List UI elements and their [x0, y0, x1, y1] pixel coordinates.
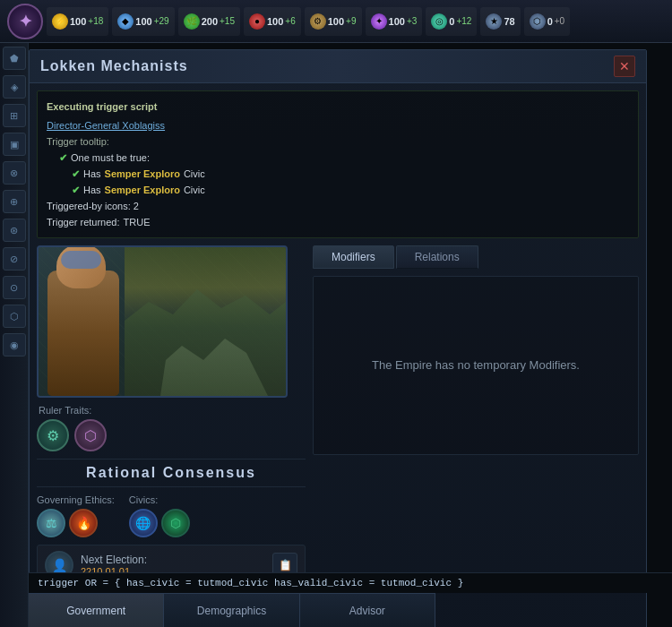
empire-logo[interactable]: ✦: [7, 4, 43, 39]
character-visor: [61, 251, 101, 269]
energy-income: +18: [88, 16, 103, 26]
director-link[interactable]: Director-General Xoblagiss: [47, 117, 165, 133]
sidebar-btn-5[interactable]: ⊗: [3, 161, 26, 185]
resource-minerals[interactable]: ◆ 100 +29: [112, 7, 174, 36]
resource-alloys[interactable]: ⚙ 100 +9: [305, 7, 362, 36]
character-head: [56, 245, 106, 288]
sidebar-btn-9[interactable]: ⊙: [3, 276, 26, 299]
energy-icon: ⚡: [52, 13, 68, 30]
ethics-icons: ⚖ 🔥: [37, 509, 115, 537]
right-panel: Modifiers Relations The Empire has no te…: [306, 245, 639, 627]
bottom-tab-bar: Government Demographics Advisor: [29, 593, 435, 627]
bottom-tab-advisor[interactable]: Advisor: [300, 594, 435, 627]
triggered-by-label: Triggered-by icons: 2: [47, 198, 139, 214]
sidebar-btn-11[interactable]: ◉: [3, 333, 26, 356]
civic-highlight-2: Semper Exploro: [105, 182, 180, 198]
bottom-tab-demographics[interactable]: Demographics: [164, 594, 299, 627]
resource-energy[interactable]: ⚡ 100 +18: [47, 7, 108, 36]
cmd-text: trigger OR = { has_civic = tutmod_civic …: [38, 578, 463, 588]
special2-value: 0: [547, 16, 553, 27]
minerals-icon: ◆: [117, 13, 134, 30]
left-panel: Ruler Traits: ⚙ ⬡ Rational Consensus Gov…: [37, 245, 306, 627]
tab-modifiers[interactable]: Modifiers: [313, 245, 394, 269]
resource-special1[interactable]: ★ 78: [480, 7, 520, 36]
influence-value: 0: [449, 16, 454, 27]
empire-dialog: Lokken Mechanists ✕ Executing trigger sc…: [29, 49, 647, 627]
top-resource-bar: ✦ ⚡ 100 +18 ◆ 100 +29 🌿 200 +15 ● 100 +6…: [0, 0, 672, 43]
sidebar-btn-2[interactable]: ◈: [3, 75, 26, 99]
civic-highlight-1: Semper Exploro: [105, 166, 180, 182]
bottom-tab-government[interactable]: Government: [29, 594, 164, 627]
ethics-icon-fire[interactable]: 🔥: [69, 509, 98, 537]
ruler-traits-label: Ruler Traits:: [37, 405, 306, 416]
modifier-tab-row: Modifiers Relations: [313, 245, 639, 269]
modifiers-content: The Empire has no temporary Modifiers.: [313, 276, 639, 455]
condition2-prefix: Has: [83, 182, 101, 198]
condition1-suffix: Civic: [184, 166, 205, 182]
alloys-value: 100: [328, 16, 344, 27]
check-mark-2: ✔: [72, 166, 80, 182]
dialog-title: Lokken Mechanists: [40, 58, 188, 74]
unity-income: +3: [407, 16, 417, 26]
resource-food[interactable]: 🌿 200 +15: [178, 7, 240, 36]
debug-panel: Executing trigger script Director-Genera…: [37, 90, 639, 238]
check-mark-1: ✔: [59, 150, 67, 166]
resource-consumer-goods[interactable]: ● 100 +6: [244, 7, 301, 36]
content-area: Ruler Traits: ⚙ ⬡ Rational Consensus Gov…: [37, 245, 639, 627]
condition1-prefix: Has: [83, 166, 101, 182]
sidebar-btn-8[interactable]: ⊘: [3, 247, 26, 271]
sidebar-btn-1[interactable]: ⬟: [3, 47, 26, 70]
civic-icon-globe[interactable]: 🌐: [129, 509, 158, 537]
civic-icon-hex[interactable]: ⬡: [161, 509, 190, 537]
influence-income: +12: [456, 16, 471, 26]
consumer-income: +6: [285, 16, 295, 26]
empire-name: Rational Consensus: [37, 459, 306, 487]
ethics-icon-balance[interactable]: ⚖: [37, 509, 65, 537]
left-sidebar: ⬟ ◈ ⊞ ▣ ⊗ ⊕ ⊛ ⊘ ⊙ ⬡ ◉: [0, 43, 29, 627]
resource-influence[interactable]: ◎ 0 +12: [426, 7, 477, 36]
sidebar-btn-6[interactable]: ⊕: [3, 190, 26, 213]
trigger-value: TRUE: [124, 214, 151, 230]
unity-value: 100: [389, 16, 405, 27]
alloys-icon: ⚙: [310, 13, 326, 30]
special1-value: 78: [504, 16, 514, 27]
minerals-income: +29: [154, 16, 169, 26]
sidebar-btn-4[interactable]: ▣: [3, 133, 26, 156]
character-body: [47, 271, 119, 396]
consumer-icon: ●: [249, 13, 265, 30]
ruler-trait-icons: ⚙ ⬡: [37, 419, 306, 451]
condition2-suffix: Civic: [184, 182, 205, 198]
food-icon: 🌿: [184, 13, 200, 30]
special2-icon: ⬡: [530, 13, 546, 30]
alloys-income: +9: [346, 16, 356, 26]
governing-section: Governing Ethics: ⚖ 🔥 Civics: 🌐 ⬡: [37, 494, 306, 537]
consumer-value: 100: [267, 16, 283, 27]
character-figure: [47, 253, 137, 396]
food-income: +15: [220, 16, 235, 26]
special1-icon: ★: [486, 13, 502, 30]
close-button[interactable]: ✕: [614, 56, 635, 77]
special2-income: +0: [555, 16, 564, 26]
one-must-label: One must be true:: [71, 150, 150, 166]
ethics-label: Governing Ethics:: [37, 494, 115, 505]
trigger-tooltip-label: Trigger tooltip:: [47, 133, 109, 150]
sidebar-btn-10[interactable]: ⬡: [3, 305, 26, 328]
civics-group: Civics: 🌐 ⬡: [129, 494, 190, 537]
check-mark-3: ✔: [72, 182, 80, 198]
tab-relations[interactable]: Relations: [396, 245, 478, 269]
food-value: 200: [202, 16, 218, 27]
influence-icon: ◎: [431, 13, 447, 30]
sidebar-btn-3[interactable]: ⊞: [3, 104, 26, 127]
resource-unity[interactable]: ✦ 100 +3: [366, 7, 423, 36]
executing-label: Executing trigger script: [47, 99, 157, 115]
no-modifiers-text: The Empire has no temporary Modifiers.: [372, 357, 580, 374]
energy-value: 100: [70, 16, 86, 27]
sidebar-btn-7[interactable]: ⊛: [3, 219, 26, 242]
minerals-value: 100: [135, 16, 151, 27]
resource-special2[interactable]: ⬡ 0 +0: [524, 7, 571, 36]
civics-icons: 🌐 ⬡: [129, 509, 190, 537]
trait-icon-2[interactable]: ⬡: [74, 419, 107, 451]
trait-icon-1[interactable]: ⚙: [37, 419, 69, 451]
election-label: Next Election:: [81, 554, 147, 566]
ethics-group: Governing Ethics: ⚖ 🔥: [37, 494, 115, 537]
